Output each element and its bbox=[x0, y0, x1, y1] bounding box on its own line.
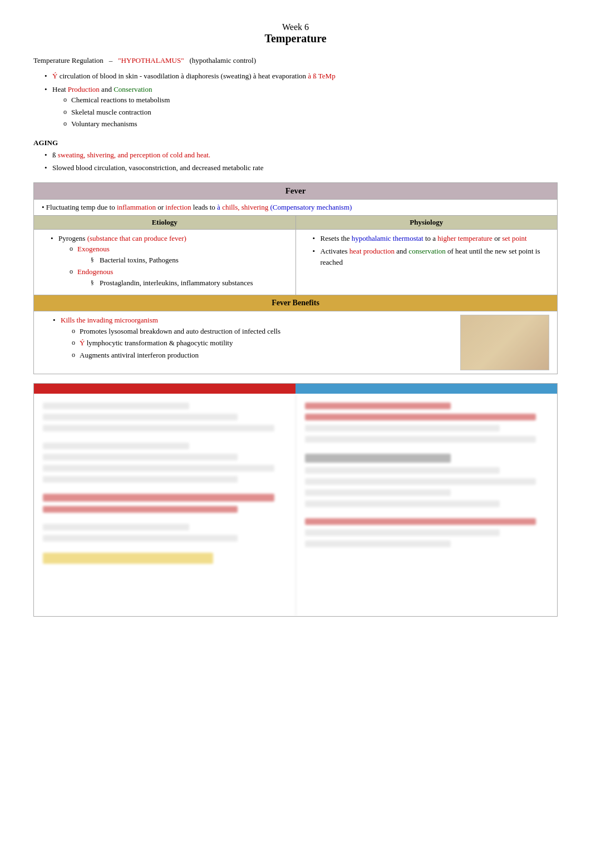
pyrogens-sub: Exogenous Bacterial toxins, Pathogens En… bbox=[58, 244, 290, 288]
hypothalamic-control: (hypothalamic control) bbox=[190, 56, 257, 65]
aging-list: ß sweating, shivering, and perception of… bbox=[33, 150, 558, 173]
fluct-arrow: à bbox=[217, 203, 220, 211]
aging-highlighted: sweating, shivering, and perception of c… bbox=[58, 151, 210, 159]
fluct-or: or bbox=[157, 203, 165, 211]
blurred-group-1 bbox=[43, 403, 287, 431]
blurred-group-7 bbox=[305, 454, 549, 507]
exogenous-label: Exogenous bbox=[77, 245, 110, 253]
physiology-header: Physiology bbox=[296, 216, 558, 230]
blurred-dark-1 bbox=[305, 454, 451, 463]
exogenous-item: Exogenous Bacterial toxins, Pathogens bbox=[70, 244, 290, 265]
physiology-list: Resets the hypothalamic thermostat to a … bbox=[302, 233, 552, 268]
endo-sub-list: Prostaglandin, interleukins, inflammator… bbox=[77, 277, 290, 289]
red-bar bbox=[34, 384, 296, 394]
etiology-content: Pyrogens (substance that can produce fev… bbox=[34, 230, 296, 295]
blurred-line-7 bbox=[43, 476, 238, 483]
arrow-1: à bbox=[181, 72, 186, 80]
blurred-rr-9 bbox=[305, 518, 536, 525]
inflammation-text: inflammation bbox=[117, 203, 156, 211]
aging-section: AGING ß sweating, shivering, and percept… bbox=[33, 138, 558, 173]
diaphoresis-text: diaphoresis (sweating) bbox=[186, 72, 251, 80]
kill-sub-list: Promotes lysosomal breakdown and auto de… bbox=[61, 326, 455, 361]
blurred-rr-11 bbox=[305, 540, 451, 547]
heat-sub-1: Chemical reactions to metabolism bbox=[63, 95, 558, 106]
blurred-line-2 bbox=[43, 414, 238, 420]
blurred-rr-6 bbox=[305, 478, 536, 485]
kill-item: Kills the invading microorganism Promote… bbox=[53, 315, 455, 360]
endogenous-label: Endogenous bbox=[77, 267, 113, 276]
aging-item-2: Slowed blood circulation, vasoconstricti… bbox=[45, 162, 558, 173]
up-arrow-1: Ý bbox=[52, 72, 57, 80]
higher-temp-text: higher temperature bbox=[437, 234, 493, 242]
benefits-image bbox=[460, 315, 549, 370]
infection-text: infection bbox=[165, 203, 191, 211]
heat-prod-text: heat production bbox=[349, 247, 395, 255]
kill-sub-2: Ý lymphocytic transformation & phagocyti… bbox=[72, 338, 455, 349]
fever-box: Fever • Fluctuating temp due to inflamma… bbox=[33, 182, 558, 375]
heat-sub-list: Chemical reactions to metabolism Skeleta… bbox=[52, 95, 558, 130]
heat-item: Heat Production and Conservation Chemica… bbox=[45, 84, 558, 130]
page-header: Week 6 Temperature bbox=[33, 22, 558, 45]
kill-sub-1: Promotes lysosomal breakdown and auto de… bbox=[72, 326, 455, 337]
blurred-line-3 bbox=[43, 425, 274, 431]
etiology-list: Pyrogens (substance that can produce fev… bbox=[40, 233, 290, 289]
circulation-text: circulation of blood in skin bbox=[60, 72, 138, 80]
aging-item-1: ß sweating, shivering, and perception of… bbox=[45, 150, 558, 161]
hypothalamic-thermostat: hypothalamic thermostat bbox=[352, 234, 423, 242]
circulation-item: Ý circulation of blood in skin - vasodil… bbox=[45, 71, 558, 82]
blurred-group-4 bbox=[43, 524, 287, 542]
fever-benefits-header: Fever Benefits bbox=[34, 295, 557, 311]
fever-header: Fever bbox=[34, 183, 557, 200]
blurred-line-6 bbox=[43, 465, 274, 472]
physiology-content: Resets the hypothalamic thermostat to a … bbox=[296, 230, 558, 275]
heat-sub-3: Voluntary mechanisms bbox=[63, 118, 558, 130]
blurred-left-col bbox=[34, 394, 296, 616]
fever-columns: Etiology Pyrogens (substance that can pr… bbox=[34, 216, 557, 296]
blurred-yellow-block bbox=[43, 553, 213, 564]
blurred-line-1 bbox=[43, 403, 189, 409]
main-bullet-list: Ý circulation of blood in skin - vasodil… bbox=[33, 71, 558, 130]
physiology-item-1: Resets the hypothalamic thermostat to a … bbox=[313, 233, 552, 244]
blurred-red-block-2 bbox=[43, 506, 238, 513]
blurred-rr-3 bbox=[305, 425, 500, 431]
heat-sub-2: Skeletal muscle contraction bbox=[63, 107, 558, 118]
endo-sub-item: Prostaglandin, interleukins, inflammator… bbox=[91, 277, 290, 289]
conservation-text: conservation bbox=[408, 247, 445, 255]
fluct-bullet: • bbox=[42, 203, 46, 211]
arrow-3: à ß TeMp bbox=[308, 72, 335, 80]
conservation-label: Conservation bbox=[114, 85, 152, 93]
fever-benefits-content: Kills the invading microorganism Promote… bbox=[34, 311, 557, 374]
blurred-content bbox=[34, 394, 557, 616]
blurred-line-4 bbox=[43, 443, 189, 449]
blurred-group-6 bbox=[305, 403, 549, 443]
physiology-item-2: Activates heat production and conservati… bbox=[313, 246, 552, 267]
blurred-line-5 bbox=[43, 454, 238, 460]
kill-sub-3: Augments antiviral interferon production bbox=[72, 350, 455, 361]
fever-physiology: Physiology Resets the hypothalamic therm… bbox=[296, 216, 558, 295]
page-title: Temperature bbox=[33, 32, 558, 45]
aging-title: AGING bbox=[33, 138, 558, 147]
etiology-header: Etiology bbox=[34, 216, 296, 230]
heat-evap-text: heat evaporation bbox=[258, 72, 306, 80]
blurred-group-3 bbox=[43, 494, 287, 513]
regulation-label: Temperature Regulation bbox=[33, 56, 104, 65]
benefits-text: Kills the invading microorganism Promote… bbox=[42, 315, 455, 370]
vasodilation-text: - vasodilation bbox=[140, 72, 179, 80]
blurred-rr-10 bbox=[305, 529, 500, 536]
blurred-line-9 bbox=[43, 535, 238, 542]
blue-bar bbox=[296, 384, 557, 394]
blurred-rr-8 bbox=[305, 500, 500, 507]
exo-sub-list: Bacterial toxins, Pathogens bbox=[77, 255, 290, 266]
page-container: Week 6 Temperature Temperature Regulatio… bbox=[33, 22, 558, 617]
pyrogens-subtitle: (substance that can produce fever) bbox=[87, 234, 186, 242]
blurred-group-2 bbox=[43, 443, 287, 483]
fever-etiology: Etiology Pyrogens (substance that can pr… bbox=[34, 216, 296, 295]
exo-sub-item: Bacterial toxins, Pathogens bbox=[91, 255, 290, 266]
compensatory-text: (Compensatory mechanism) bbox=[270, 203, 352, 211]
blurred-group-5 bbox=[43, 553, 287, 564]
blurred-right-col bbox=[296, 394, 558, 616]
pyrogens-item: Pyrogens (substance that can produce fev… bbox=[51, 233, 290, 289]
benefits-list: Kills the invading microorganism Promote… bbox=[42, 315, 455, 360]
blurred-group-8 bbox=[305, 518, 549, 547]
fluct-leads: leads to bbox=[193, 203, 217, 211]
